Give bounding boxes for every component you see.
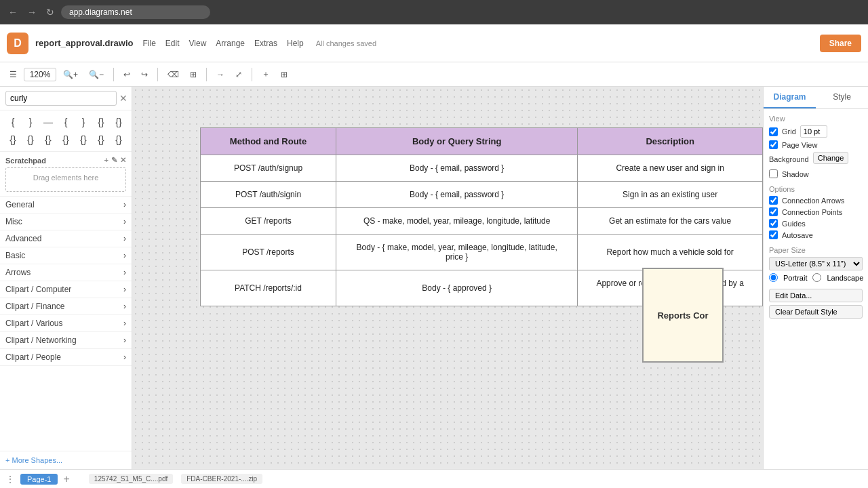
cell-method-0: POST /auth/signup xyxy=(201,155,336,182)
format-button[interactable]: ⊞ xyxy=(186,68,201,81)
sidebar-item-basic[interactable]: Basic › xyxy=(0,247,132,264)
sidebar-item-clipart-networking[interactable]: Clipart / Networking › xyxy=(0,332,132,349)
sidebar-clipart-computer-label: Clipart / Computer xyxy=(5,285,71,294)
landscape-radio[interactable] xyxy=(812,273,821,282)
guides-checkbox[interactable] xyxy=(769,219,778,228)
orientation-radio: Portrait Landscape xyxy=(769,273,863,282)
undo-button[interactable]: ↩ xyxy=(119,68,134,81)
refresh-button[interactable]: ↻ xyxy=(43,5,57,19)
shape-item[interactable]: { xyxy=(5,115,20,129)
scratchpad-icons: + ✎ ✕ xyxy=(104,156,126,165)
grid-checkbox[interactable] xyxy=(769,127,778,136)
shape-item[interactable]: {} xyxy=(94,132,108,147)
delete-button[interactable]: ⌫ xyxy=(163,68,183,81)
portrait-radio[interactable] xyxy=(769,273,778,282)
zoom-in-button[interactable]: 🔍+ xyxy=(59,68,82,81)
rp-orientation-row: Portrait Landscape xyxy=(769,273,863,282)
grid-button[interactable]: ⊞ xyxy=(277,68,292,81)
shape-item[interactable]: {} xyxy=(94,115,108,129)
sidebar-item-misc[interactable]: Misc › xyxy=(0,214,132,230)
sidebar-item-general[interactable]: General › xyxy=(0,197,132,214)
canvas-area[interactable]: Method and Route Body or Query String De… xyxy=(132,87,763,469)
page-view-label: Page View xyxy=(782,141,817,149)
sidebar-arrows-label: Arrows xyxy=(5,268,31,277)
back-button[interactable]: ← xyxy=(5,5,20,19)
scratchpad-edit-icon[interactable]: ✎ xyxy=(111,156,117,165)
cell-method-1: POST /auth/signin xyxy=(201,182,336,208)
diagram-container: Method and Route Body or Query String De… xyxy=(200,127,763,306)
tab-style[interactable]: Style xyxy=(816,87,868,108)
file-tab-1[interactable]: FDA-CBER-2021-....zip xyxy=(181,474,262,484)
url-bar[interactable] xyxy=(61,5,210,19)
background-label: Background xyxy=(769,155,809,163)
waypoint-button[interactable]: ⤢ xyxy=(231,68,246,81)
sidebar-item-arrows[interactable]: Arrows › xyxy=(0,264,132,281)
grid-size-input[interactable] xyxy=(800,125,827,138)
search-input[interactable] xyxy=(5,91,117,106)
landscape-label: Landscape xyxy=(827,274,863,282)
page-tab[interactable]: Page-1 xyxy=(20,474,58,485)
zoom-display: 120% xyxy=(24,68,56,81)
shape-item[interactable]: {} xyxy=(111,132,126,147)
rp-view-section: View Grid Page View Background Change Sh… xyxy=(769,115,863,178)
menu-view[interactable]: View xyxy=(189,39,207,48)
autosave-checkbox[interactable] xyxy=(769,230,778,239)
menu-arrange[interactable]: Arrange xyxy=(216,39,245,48)
menu-file[interactable]: File xyxy=(142,39,155,48)
shape-item[interactable]: {} xyxy=(76,132,91,147)
tab-diagram[interactable]: Diagram xyxy=(764,87,816,108)
menu-extras[interactable]: Extras xyxy=(254,39,277,48)
toolbar-sep-2 xyxy=(157,68,158,81)
menu-help[interactable]: Help xyxy=(287,39,304,48)
file-tab-0[interactable]: 125742_S1_M5_C....pdf xyxy=(89,474,173,484)
scratchpad-add-icon[interactable]: + xyxy=(104,156,108,165)
menu-edit[interactable]: Edit xyxy=(165,39,180,48)
table-header-row: Method and Route Body or Query String De… xyxy=(201,128,763,155)
connection-arrows-checkbox[interactable] xyxy=(769,196,778,205)
cell-desc-0: Create a new user and sign in xyxy=(578,155,763,182)
rp-options-section: Options Connection Arrows Connection Poi… xyxy=(769,185,863,239)
guides-label: Guides xyxy=(782,220,806,228)
shape-item[interactable]: {} xyxy=(23,132,38,147)
sidebar-item-advanced[interactable]: Advanced › xyxy=(0,230,132,247)
arrow-button[interactable]: → xyxy=(212,68,229,81)
background-change-button[interactable]: Change xyxy=(813,152,849,164)
search-clear-icon[interactable]: ✕ xyxy=(119,93,127,104)
cell-desc-2: Get an estimate for the cars value xyxy=(578,208,763,235)
sidebar-toggle[interactable]: ☰ xyxy=(5,68,21,81)
shape-item[interactable]: — xyxy=(41,115,56,129)
shadow-label: Shadow xyxy=(782,170,809,178)
edit-data-button[interactable]: Edit Data... xyxy=(769,289,863,302)
shadow-checkbox[interactable] xyxy=(769,169,778,178)
shape-item[interactable]: { xyxy=(58,115,73,129)
add-page-button[interactable]: + xyxy=(63,473,69,485)
table-row: GET /reports QS - make, model, year, mil… xyxy=(201,208,763,235)
zoom-out-button[interactable]: 🔍− xyxy=(85,68,108,81)
rp-guides-row: Guides xyxy=(769,219,863,228)
plus-button[interactable]: ＋ xyxy=(258,66,274,82)
sidebar-clipart-various-label: Clipart / Various xyxy=(5,319,62,328)
shape-item[interactable]: {} xyxy=(111,115,126,129)
sidebar-item-clipart-finance[interactable]: Clipart / Finance › xyxy=(0,298,132,315)
share-button[interactable]: Share xyxy=(820,35,861,52)
chevron-right-icon: › xyxy=(123,336,126,345)
more-shapes-button[interactable]: + More Shapes... xyxy=(5,456,62,464)
shape-item[interactable]: } xyxy=(23,115,38,129)
sidebar-item-clipart-various[interactable]: Clipart / Various › xyxy=(0,315,132,332)
chevron-right-icon: › xyxy=(123,285,126,294)
sidebar-item-clipart-computer[interactable]: Clipart / Computer › xyxy=(0,281,132,298)
scratchpad-close-icon[interactable]: ✕ xyxy=(120,156,126,165)
page-view-checkbox[interactable] xyxy=(769,140,778,149)
canvas-background: Method and Route Body or Query String De… xyxy=(132,87,763,469)
shape-item[interactable]: {} xyxy=(5,132,20,147)
redo-button[interactable]: ↪ xyxy=(137,68,152,81)
shape-item[interactable]: } xyxy=(76,115,91,129)
connection-points-checkbox[interactable] xyxy=(769,207,778,216)
clear-style-button[interactable]: Clear Default Style xyxy=(769,305,863,319)
forward-button[interactable]: → xyxy=(24,5,39,19)
paper-size-select[interactable]: US-Letter (8.5" x 11") xyxy=(769,257,863,270)
shape-item[interactable]: {} xyxy=(41,132,56,147)
bottom-menu-icon[interactable]: ⋮ xyxy=(5,474,15,485)
shape-item[interactable]: {} xyxy=(58,132,73,147)
sidebar-item-clipart-people[interactable]: Clipart / People › xyxy=(0,349,132,366)
